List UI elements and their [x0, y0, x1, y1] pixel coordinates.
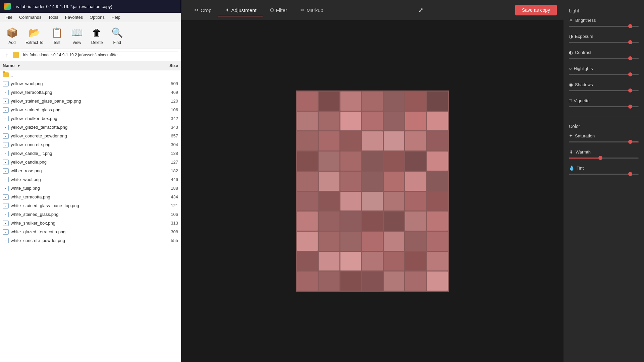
- brightness-slider[interactable]: [569, 24, 639, 28]
- brightness-thumb[interactable]: [628, 24, 632, 28]
- save-as-copy-button[interactable]: Save as copy: [515, 5, 557, 15]
- list-item[interactable]: ▪yellow_wool.png509: [0, 79, 181, 88]
- test-button[interactable]: 📋 Test: [47, 25, 66, 46]
- extract-label: Extract To: [25, 40, 43, 45]
- view-button[interactable]: 📖 View: [67, 25, 86, 46]
- image-canvas: [296, 90, 449, 292]
- pixel-block: [297, 232, 318, 251]
- menu-favorites[interactable]: Favorites: [62, 14, 86, 20]
- menu-tools[interactable]: Tools: [45, 14, 61, 20]
- list-item[interactable]: ▪wither_rose.png182: [0, 166, 181, 175]
- list-item[interactable]: ▪yellow_candle.png127: [0, 158, 181, 166]
- pixel-block: [340, 172, 361, 191]
- menu-file[interactable]: File: [3, 14, 15, 20]
- saturation-slider[interactable]: [569, 140, 639, 144]
- exposure-label: Exposure: [575, 34, 593, 39]
- vignette-slider[interactable]: [569, 105, 639, 109]
- pixel-block: [405, 131, 426, 150]
- file-size: 555: [155, 238, 178, 243]
- pixel-block: [340, 131, 361, 150]
- exposure-thumb[interactable]: [628, 40, 632, 44]
- file-name: white_terracotta.png: [11, 194, 155, 199]
- list-item[interactable]: ▪yellow_stained_glass_pane_top.png120: [0, 97, 181, 105]
- list-item[interactable]: ▪yellow_stained_glass.png106: [0, 105, 181, 114]
- file-size: 509: [155, 81, 178, 86]
- list-item[interactable]: ▪yellow_concrete.png304: [0, 140, 181, 149]
- delete-button[interactable]: 🗑 Delete: [88, 25, 106, 46]
- highlights-row: ○ Highlights: [569, 66, 639, 76]
- pixel-block: [319, 252, 339, 271]
- highlights-slider[interactable]: [569, 72, 639, 76]
- contrast-slider[interactable]: [569, 56, 639, 60]
- file-size: 342: [155, 116, 178, 121]
- add-button[interactable]: 📦 Add: [3, 25, 21, 46]
- tab-filter[interactable]: ⬡ Filter: [263, 5, 294, 16]
- list-item[interactable]: ▪white_wool.png446: [0, 175, 181, 184]
- pixel-block: [405, 92, 426, 111]
- menu-help[interactable]: Help: [109, 14, 123, 20]
- list-item[interactable]: ▪yellow_concrete_powder.png657: [0, 131, 181, 140]
- list-item[interactable]: ▪yellow_glazed_terracotta.png343: [0, 123, 181, 131]
- list-item[interactable]: ▪yellow_terracotta.png469: [0, 88, 181, 97]
- name-column-header[interactable]: Name ▼: [3, 63, 155, 68]
- pixel-block: [362, 152, 383, 171]
- png-icon: ▪: [3, 116, 9, 121]
- exposure-slider[interactable]: [569, 40, 639, 44]
- list-item[interactable]: ▪white_terracotta.png434: [0, 192, 181, 201]
- list-item[interactable]: ▪white_stained_glass_pane_top.png121: [0, 201, 181, 210]
- png-icon: ▪: [3, 125, 9, 130]
- highlights-label: Highlights: [574, 66, 593, 71]
- pixel-block: [297, 272, 318, 291]
- nav-up-button[interactable]: ↑: [3, 51, 11, 59]
- expand-button[interactable]: ⤢: [418, 6, 423, 14]
- find-label: Find: [113, 40, 121, 45]
- vignette-thumb[interactable]: [628, 105, 632, 109]
- list-item[interactable]: ..: [0, 70, 181, 79]
- list-item[interactable]: ▪white_stained_glass.png106: [0, 210, 181, 219]
- pixel-block: [340, 252, 361, 271]
- address-input[interactable]: [21, 52, 178, 58]
- list-item[interactable]: ▪white_shulker_box.png313: [0, 219, 181, 227]
- file-size: 188: [155, 186, 178, 191]
- tab-markup[interactable]: ✏ Markup: [294, 5, 330, 16]
- pixel-block: [297, 192, 318, 211]
- menu-commands[interactable]: Commands: [16, 14, 44, 20]
- tab-adjustment[interactable]: ☀ Adjustment: [218, 5, 263, 16]
- contrast-thumb[interactable]: [628, 56, 632, 60]
- sort-arrow-icon: ▼: [17, 64, 20, 68]
- list-item[interactable]: ▪white_tulip.png188: [0, 184, 181, 192]
- extract-button[interactable]: 📂 Extract To: [23, 25, 46, 46]
- pixel-block: [340, 112, 361, 131]
- tab-filter-label: Filter: [276, 7, 287, 13]
- saturation-row: ✦ Saturation: [569, 133, 639, 144]
- warmth-slider[interactable]: [569, 156, 639, 160]
- list-item[interactable]: ▪yellow_candle_lit.png138: [0, 149, 181, 158]
- color-section-title: Color: [569, 124, 639, 129]
- file-name: yellow_concrete_powder.png: [11, 133, 155, 138]
- tint-slider[interactable]: [569, 172, 639, 176]
- size-column-header[interactable]: Size: [155, 63, 178, 68]
- png-icon: ▪: [3, 142, 9, 147]
- highlights-thumb[interactable]: [628, 72, 632, 76]
- shadows-slider[interactable]: [569, 88, 639, 93]
- file-size: 182: [155, 168, 178, 173]
- list-item[interactable]: ▪white_concrete_powder.png555: [0, 236, 181, 245]
- png-icon: ▪: [3, 238, 9, 243]
- tint-thumb[interactable]: [628, 172, 632, 176]
- brightness-row: ☀ Brightness: [569, 17, 639, 28]
- tab-crop[interactable]: ✂ Crop: [188, 5, 218, 16]
- pixel-block: [427, 92, 448, 111]
- find-button[interactable]: 🔍 Find: [108, 25, 126, 46]
- shadows-thumb[interactable]: [628, 88, 632, 93]
- file-name: yellow_concrete.png: [11, 142, 155, 147]
- highlights-icon: ○: [569, 66, 572, 71]
- menu-options[interactable]: Options: [87, 14, 107, 20]
- file-size: 469: [155, 90, 178, 95]
- list-item[interactable]: ▪yellow_shulker_box.png342: [0, 114, 181, 123]
- pixel-block: [384, 212, 405, 231]
- shadows-icon: ◉: [569, 82, 573, 87]
- list-item[interactable]: ▪white_glazed_terracotta.png308: [0, 227, 181, 236]
- pixel-block: [362, 192, 383, 211]
- saturation-thumb[interactable]: [628, 140, 632, 144]
- warmth-thumb[interactable]: [598, 156, 602, 160]
